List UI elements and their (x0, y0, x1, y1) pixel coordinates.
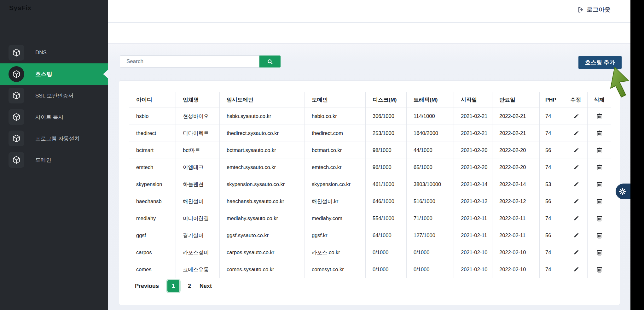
edit-button[interactable] (564, 176, 588, 193)
pencil-icon (573, 113, 579, 119)
start-date-cell: 2021-02-11 (454, 210, 492, 227)
sidebar-item-domain[interactable]: 도메인 (0, 149, 108, 171)
domain-cell: mediahy.com (305, 210, 366, 227)
sidebar-item-label: DNS (35, 50, 47, 56)
edit-button[interactable] (564, 210, 588, 227)
start-date-cell: 2021-02-12 (454, 193, 492, 210)
php-cell: 74 (540, 125, 564, 142)
sign-out-icon (577, 7, 584, 13)
pencil-icon (573, 266, 579, 272)
company-cell: 카포스정비 (176, 244, 220, 261)
sidebar-item-ssl[interactable]: SSL 보안인증서 (0, 85, 108, 106)
start-date-cell: 2021-02-20 (454, 159, 492, 176)
edit-button[interactable] (564, 159, 588, 176)
start-date-cell: 2021-02-10 (454, 244, 492, 261)
disk-cell: 554/1000 (366, 210, 407, 227)
pencil-icon (573, 147, 579, 153)
php-cell: 74 (540, 244, 564, 261)
search-input[interactable] (120, 56, 259, 67)
settings-gear-button[interactable] (616, 184, 630, 199)
edit-button[interactable] (564, 193, 588, 210)
delete-button[interactable] (588, 210, 611, 227)
temp-domain-cell: ggsf.sysauto.co.kr (220, 227, 305, 244)
company-cell: 해찬설비 (176, 193, 220, 210)
column-header-0: 아이디 (129, 92, 176, 108)
column-header-1: 업체명 (176, 92, 220, 108)
pagination-next[interactable]: Next (200, 283, 212, 290)
pencil-icon (573, 232, 579, 238)
logout-button[interactable]: 로그아웃 (577, 6, 611, 14)
sidebar-item-auto-install[interactable]: 프로그램 자동설치 (0, 128, 108, 149)
company-cell: 이엠테크 (176, 159, 220, 176)
edit-button[interactable] (564, 108, 588, 125)
pencil-icon (573, 198, 579, 204)
column-header-3: 도메인 (305, 92, 366, 108)
delete-button[interactable] (588, 244, 611, 261)
temp-domain-cell: hsbio.sysauto.co.kr (220, 108, 305, 125)
search-button[interactable] (259, 56, 281, 67)
pagination-page-2[interactable]: 2 (188, 283, 191, 290)
column-header-8: PHP (540, 92, 564, 108)
delete-button[interactable] (588, 193, 611, 210)
edit-button[interactable] (564, 261, 588, 278)
hosting-table: 아이디업체명임시도메인도메인디스크(M)트래픽(M)시작일만료일PHP수정삭제 … (129, 92, 611, 278)
edit-button[interactable] (564, 142, 588, 159)
temp-domain-cell: emtech.sysauto.co.kr (220, 159, 305, 176)
delete-button[interactable] (588, 125, 611, 142)
delete-button[interactable] (588, 159, 611, 176)
domain-cell: ggsf.kr (305, 227, 366, 244)
temp-domain-cell: skypension.sysauto.co.kr (220, 176, 305, 193)
temp-domain-cell: bctmart.sysauto.co.kr (220, 142, 305, 159)
cube-icon (9, 109, 24, 125)
sidebar-item-label: 호스팅 (35, 70, 52, 78)
id-cell: comes (129, 261, 176, 278)
id-cell: haechansb (129, 193, 176, 210)
company-cell: bct마트 (176, 142, 220, 159)
company-cell: 코메스유통 (176, 261, 220, 278)
disk-cell: 0/1000 (366, 244, 407, 261)
delete-button[interactable] (588, 108, 611, 125)
traffic-cell: 0/1000 (407, 261, 454, 278)
pagination-page-1-active[interactable]: 1 (167, 280, 179, 292)
delete-button[interactable] (588, 227, 611, 244)
table-body: hsbio현성바이오hsbio.sysauto.co.krhsbio.co.kr… (129, 108, 611, 278)
domain-cell: thedirect.com (305, 125, 366, 142)
cube-icon (9, 88, 24, 103)
sidebar-nav: DNS 호스팅 SSL 보안인증서 사이트 복사 프로그램 자동설치 (0, 42, 108, 171)
table-row: skypension하늘펜션skypension.sysauto.co.krsk… (129, 176, 611, 193)
pencil-icon (573, 249, 579, 255)
delete-button[interactable] (588, 261, 611, 278)
sidebar-item-hosting[interactable]: 호스팅 (0, 63, 108, 85)
id-cell: thedirect (129, 125, 176, 142)
edit-button[interactable] (564, 227, 588, 244)
start-date-cell: 2021-02-11 (454, 227, 492, 244)
temp-domain-cell: comes.sysauto.co.kr (220, 261, 305, 278)
table-row: ggsf경기실버ggsf.sysauto.co.krggsf.kr64/1000… (129, 227, 611, 244)
delete-button[interactable] (588, 176, 611, 193)
disk-cell: 253/1000 (366, 125, 407, 142)
edit-button[interactable] (564, 125, 588, 142)
table-header-row: 아이디업체명임시도메인도메인디스크(M)트래픽(M)시작일만료일PHP수정삭제 (129, 92, 611, 108)
column-header-9: 수정 (564, 92, 588, 108)
delete-button[interactable] (588, 142, 611, 159)
edit-button[interactable] (564, 244, 588, 261)
start-date-cell: 2021-02-14 (454, 176, 492, 193)
table-row: thedirect더다이렉트thedirect.sysauto.co.krthe… (129, 125, 611, 142)
company-cell: 미디어한결 (176, 210, 220, 227)
start-date-cell: 2021-02-21 (454, 108, 492, 125)
trash-icon (596, 164, 602, 170)
add-hosting-button[interactable]: 호스팅 추가 (578, 56, 622, 69)
php-cell: 74 (540, 108, 564, 125)
trash-icon (596, 249, 602, 255)
app-logo: SysFix (9, 4, 32, 12)
company-cell: 더다이렉트 (176, 125, 220, 142)
expiry-date-cell: 2022-02-20 (492, 142, 540, 159)
column-header-6: 시작일 (454, 92, 492, 108)
expiry-date-cell: 2022-02-21 (492, 125, 540, 142)
start-date-cell: 2021-02-20 (454, 142, 492, 159)
start-date-cell: 2021-02-10 (454, 261, 492, 278)
php-cell: 56 (540, 227, 564, 244)
sidebar-item-dns[interactable]: DNS (0, 42, 108, 63)
sidebar-item-site-copy[interactable]: 사이트 복사 (0, 106, 108, 128)
pagination-previous[interactable]: Previous (135, 283, 159, 290)
